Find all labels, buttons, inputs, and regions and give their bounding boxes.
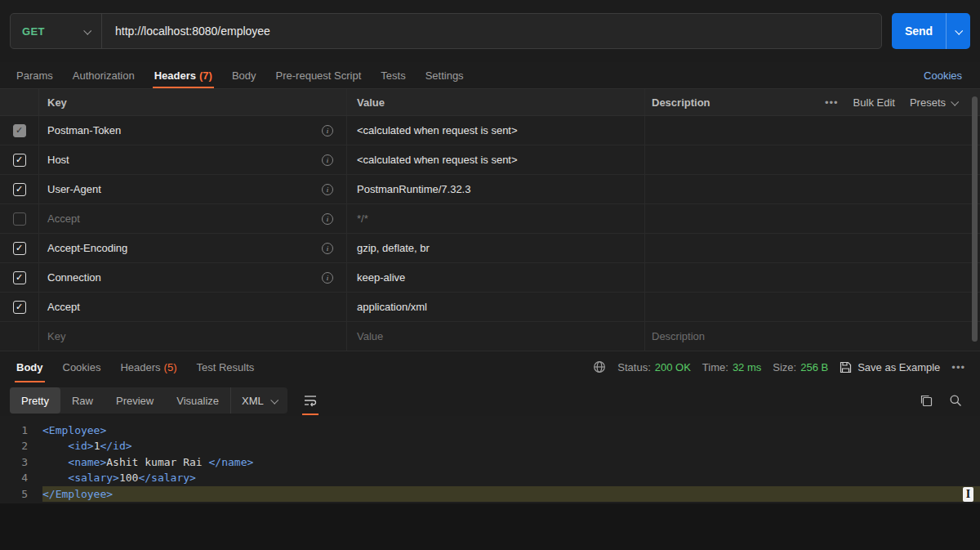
xml-text: 100 — [119, 472, 138, 484]
send-options-button[interactable] — [946, 13, 970, 49]
network-globe-icon[interactable] — [593, 360, 606, 373]
tab-pre-request-script[interactable]: Pre-request Script — [266, 62, 372, 88]
response-tab-headers[interactable]: Headers(5) — [110, 351, 186, 382]
xml-tag: <Employee> — [42, 424, 106, 436]
tab-label: Pre-request Script — [276, 69, 362, 82]
tab-headers[interactable]: Headers(7) — [145, 62, 222, 88]
header-key[interactable]: Postman-Token — [47, 124, 121, 136]
xml-tag: <name> — [68, 456, 106, 468]
method-select[interactable]: GET — [11, 14, 102, 48]
presets-dropdown[interactable]: Presets — [910, 96, 957, 109]
more-options-icon[interactable]: ••• — [825, 96, 839, 109]
value-column-header: Value — [347, 89, 645, 115]
view-tab-pretty[interactable]: Pretty — [10, 387, 60, 414]
header-key[interactable]: Accept-Encoding — [47, 242, 127, 254]
view-tab-visualize[interactable]: Visualize — [165, 387, 230, 414]
view-tab-raw[interactable]: Raw — [60, 387, 105, 414]
header-checkbox[interactable]: ✓ — [13, 301, 26, 314]
xml-tag: </name> — [209, 456, 254, 468]
wrap-lines-button[interactable] — [297, 387, 323, 414]
header-value[interactable]: PostmanRuntime/7.32.3 — [347, 175, 645, 203]
header-checkbox[interactable] — [13, 212, 26, 226]
vertical-scrollbar[interactable] — [972, 96, 978, 342]
bulk-edit-button[interactable]: Bulk Edit — [853, 96, 895, 109]
code-line-content[interactable]: <name>Ashit kumar Rai </name> — [42, 454, 980, 470]
send-button[interactable]: Send — [892, 13, 946, 49]
tab-body[interactable]: Body — [222, 62, 266, 88]
code-line-content[interactable]: <Employee> — [42, 423, 980, 438]
tab-params[interactable]: Params — [7, 62, 63, 88]
save-as-example-button[interactable]: Save as Example — [840, 361, 940, 373]
status-value: 200 OK — [655, 361, 691, 373]
tab-label: Settings — [425, 69, 464, 82]
header-key[interactable]: Accept — [47, 301, 80, 313]
line-number: 1 — [0, 423, 42, 438]
search-icon[interactable] — [949, 394, 962, 407]
cookies-link[interactable]: Cookies — [924, 69, 973, 82]
header-key[interactable]: Connection — [47, 271, 101, 284]
view-mode-group: Pretty Raw Preview Visualize XML — [10, 387, 287, 414]
presets-label: Presets — [910, 96, 946, 109]
response-more-options-icon[interactable]: ••• — [951, 361, 965, 373]
code-line-content[interactable]: <salary>100</salary> — [42, 470, 980, 485]
header-description[interactable] — [645, 293, 980, 321]
description-placeholder[interactable]: Description — [645, 322, 980, 351]
xml-text — [42, 440, 68, 452]
header-key[interactable]: User-Agent — [47, 183, 101, 195]
header-key[interactable]: Accept — [47, 212, 80, 225]
code-editor[interactable]: 1<Employee>2 <id>1</id>3 <name>Ashit kum… — [0, 416, 980, 503]
header-controls: ••• Bulk Edit Presets — [825, 96, 980, 109]
status-badge: Status:200 OK — [617, 361, 691, 373]
copy-icon[interactable] — [920, 394, 933, 407]
header-value[interactable]: */* — [347, 204, 645, 233]
response-tab-body[interactable]: Body — [7, 351, 53, 382]
line-number: 4 — [0, 470, 42, 485]
header-checkbox[interactable]: ✓ — [13, 183, 26, 196]
code-line: 2 <id>1</id> — [0, 438, 980, 454]
header-description[interactable] — [645, 145, 980, 174]
header-value[interactable]: gzip, deflate, br — [347, 234, 645, 262]
method-label: GET — [22, 25, 45, 38]
tab-label: Headers — [154, 69, 196, 82]
header-description[interactable] — [645, 263, 980, 292]
format-select[interactable]: XML — [230, 387, 287, 414]
header-value[interactable]: keep-alive — [347, 263, 645, 292]
checkbox-column-header — [0, 89, 39, 115]
code-line-content[interactable]: <id>1</id> — [42, 438, 980, 454]
tab-tests[interactable]: Tests — [371, 62, 415, 88]
header-checkbox[interactable]: ✓ — [13, 154, 26, 167]
save-icon — [840, 361, 852, 373]
view-tab-label: Pretty — [21, 395, 49, 407]
header-row: ✓ Connectioni keep-alive — [0, 263, 980, 293]
tab-label: Body — [232, 69, 256, 82]
code-line-content[interactable]: </Employee>I — [42, 486, 980, 502]
key-placeholder[interactable]: Key — [47, 330, 65, 342]
tab-count: (5) — [164, 361, 177, 373]
header-key[interactable]: Host — [47, 154, 69, 166]
xml-text: Ashit kumar Rai — [106, 456, 208, 468]
header-description[interactable] — [645, 234, 980, 262]
header-checkbox[interactable]: ✓ — [13, 242, 26, 255]
save-as-example-label: Save as Example — [858, 361, 940, 373]
request-tabs: Params Authorization Headers(7) Body Pre… — [0, 62, 980, 88]
header-value[interactable]: application/xml — [347, 293, 645, 321]
header-value[interactable]: <calculated when request is sent> — [347, 145, 645, 174]
value-placeholder[interactable]: Value — [347, 322, 645, 351]
code-line: 1<Employee> — [0, 423, 980, 438]
header-description[interactable] — [645, 204, 980, 233]
response-tab-test-results[interactable]: Test Results — [187, 351, 265, 382]
tab-settings[interactable]: Settings — [416, 62, 474, 88]
response-tab-cookies[interactable]: Cookies — [53, 351, 111, 382]
xml-text — [42, 456, 68, 468]
header-checkbox[interactable]: ✓ — [13, 271, 26, 284]
chevron-down-icon — [951, 97, 959, 105]
url-input[interactable]: http://localhost:8080/employee — [102, 25, 283, 38]
header-description[interactable] — [645, 116, 980, 145]
header-checkbox[interactable]: ✓ — [13, 124, 26, 137]
view-tab-preview[interactable]: Preview — [105, 387, 165, 414]
header-value[interactable]: <calculated when request is sent> — [347, 116, 645, 145]
header-description[interactable] — [645, 175, 980, 203]
headers-table: Key Value Description ••• Bulk Edit Pres… — [0, 88, 980, 351]
tab-authorization[interactable]: Authorization — [63, 62, 145, 88]
tab-label: Cookies — [63, 361, 101, 373]
